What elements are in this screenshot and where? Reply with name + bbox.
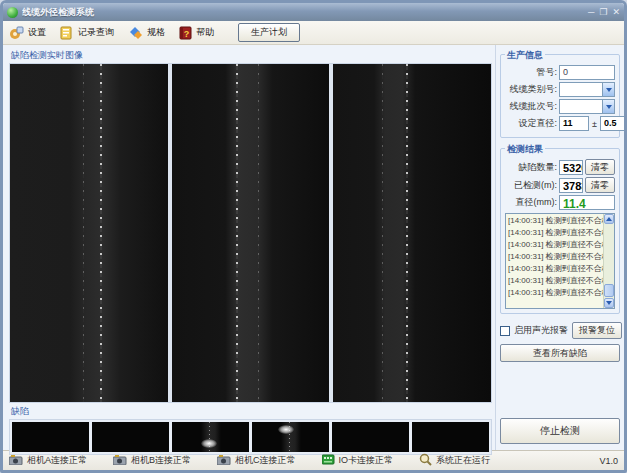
view-all-defects-button[interactable]: 查看所有缺陷 [500, 344, 620, 362]
defect-strip-label: 缺陷 [11, 405, 492, 418]
alarm-log-list[interactable]: [14:00:31] 检测到直径不合格 [14:00:31] 检测到直径不合格 … [505, 213, 615, 309]
chevron-down-icon[interactable] [602, 82, 615, 97]
defect-thumbnail-4[interactable] [252, 422, 329, 452]
side-panel: 生产信息 管号: 0 线缆类别号: 线缆批次号: [496, 45, 624, 450]
diameter-label: 直径(mm): [505, 196, 557, 209]
status-camera-b: 相机B连接正常 [113, 454, 217, 467]
scroll-down-icon[interactable] [604, 298, 614, 308]
camera-b-view [172, 64, 330, 402]
tolerance-input[interactable]: 0.5 [600, 116, 626, 131]
titlebar: 线缆外径检测系统 ─ ❐ ✕ [3, 3, 624, 21]
set-diameter-input[interactable]: 11 [559, 116, 589, 131]
stop-detection-button[interactable]: 停止检测 [500, 418, 620, 444]
camera-c-view [333, 64, 491, 402]
diameter-value: 11.4 [559, 195, 615, 210]
alarm-checkbox-label: 启用声光报警 [514, 324, 568, 337]
alarm-checkbox[interactable] [500, 326, 510, 336]
status-camera-c: 相机C连接正常 [217, 454, 322, 467]
settings-icon [9, 26, 24, 40]
minimize-icon[interactable]: ─ [588, 7, 594, 17]
live-image-box [9, 63, 492, 403]
defect-count-value: 53209 [559, 160, 583, 175]
tube-number-label: 管号: [505, 66, 557, 79]
help-icon: ? [179, 26, 192, 40]
clear-measured-length-button[interactable]: 清零 [585, 177, 615, 193]
detection-results-title: 检测结果 [505, 143, 545, 156]
production-plan-button[interactable]: 生产计划 [238, 23, 300, 42]
record-query-icon [60, 26, 74, 40]
toolbar: 设置 记录查询 规格 ? 帮助 生产计划 [3, 21, 624, 45]
defect-thumbnail-2[interactable] [92, 422, 169, 452]
close-icon[interactable]: ✕ [612, 7, 620, 17]
help-button[interactable]: ? 帮助 [179, 26, 214, 40]
measured-length-value: 3783.3 [559, 178, 583, 193]
camera-icon [113, 454, 127, 467]
log-entry: [14:00:31] 检测到直径不合格 [508, 251, 602, 263]
camera-icon [217, 454, 231, 467]
cable-category-label: 线缆类别号: [505, 83, 557, 96]
cable-batch-select[interactable] [559, 99, 615, 114]
spec-icon [128, 26, 143, 40]
defect-thumbnail-5[interactable] [332, 422, 409, 452]
detection-results-group: 检测结果 缺陷数量: 53209 清零 已检测(m): 3783.3 清零 直径… [500, 148, 620, 314]
chevron-down-icon[interactable] [602, 99, 615, 114]
cable-category-select[interactable] [559, 82, 615, 97]
log-entry: [14:00:31] 检测到直径不合格 [508, 287, 602, 299]
io-card-icon [322, 454, 335, 467]
camera-a-view [10, 64, 168, 402]
log-entry: [14:00:31] 检测到直径不合格 [508, 227, 602, 239]
alarm-reset-button[interactable]: 报警复位 [572, 322, 622, 339]
svg-text:?: ? [184, 28, 190, 38]
defect-thumbnail-strip [9, 419, 492, 455]
defect-thumbnail-6[interactable] [412, 422, 489, 452]
log-entry: [14:00:31] 检测到直径不合格 [508, 215, 602, 227]
live-image-label: 缺陷检测实时图像 [11, 49, 492, 62]
status-io-card: IO卡连接正常 [322, 454, 420, 467]
spec-button[interactable]: 规格 [128, 26, 165, 40]
app-icon [7, 7, 18, 18]
settings-button[interactable]: 设置 [9, 26, 46, 40]
production-info-group: 生产信息 管号: 0 线缆类别号: 线缆批次号: [500, 54, 620, 138]
version-label: V1.0 [599, 456, 618, 466]
status-system-running: 系统正在运行 [419, 453, 516, 468]
defect-count-label: 缺陷数量: [505, 161, 557, 174]
log-scrollbar[interactable] [603, 214, 614, 308]
window-title: 线缆外径检测系统 [22, 6, 584, 19]
scrollbar-thumb[interactable] [604, 284, 614, 297]
cable-batch-label: 线缆批次号: [505, 100, 557, 113]
image-area: 缺陷检测实时图像 缺陷 [3, 45, 496, 450]
measured-length-label: 已检测(m): [505, 179, 557, 192]
camera-icon [9, 454, 23, 467]
record-query-button[interactable]: 记录查询 [60, 26, 114, 40]
restore-icon[interactable]: ❐ [599, 7, 607, 17]
plus-minus-sign: ± [591, 119, 598, 129]
log-entry: [14:00:31] 检测到直径不合格 [508, 275, 602, 287]
defect-thumbnail-1[interactable] [12, 422, 89, 452]
scroll-up-icon[interactable] [604, 214, 614, 224]
status-camera-a: 相机A连接正常 [9, 454, 113, 467]
magnifier-icon [419, 453, 432, 468]
set-diameter-label: 设定直径: [505, 117, 557, 130]
tube-number-input[interactable]: 0 [559, 65, 615, 80]
production-info-title: 生产信息 [505, 49, 545, 62]
defect-thumbnail-3[interactable] [172, 422, 249, 452]
app-window: 线缆外径检测系统 ─ ❐ ✕ 设置 记录查询 规格 [0, 0, 627, 473]
clear-defect-count-button[interactable]: 清零 [585, 159, 615, 175]
log-entry: [14:00:31] 检测到直径不合格 [508, 263, 602, 275]
log-entry: [14:00:31] 检测到直径不合格 [508, 239, 602, 251]
